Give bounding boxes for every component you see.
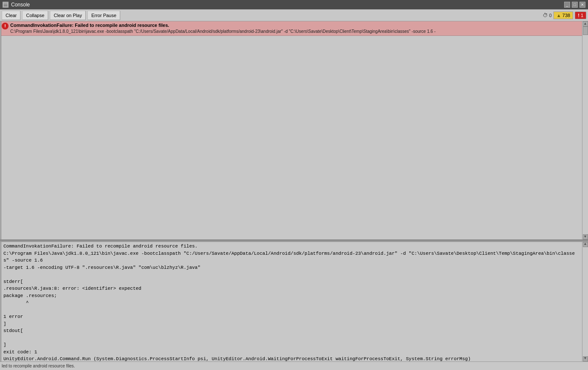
window-controls: _ □ ✕ bbox=[564, 2, 585, 8]
error-count: 1 bbox=[581, 13, 583, 18]
title-bar: Console _ □ ✕ bbox=[0, 0, 588, 9]
error-pause-button[interactable]: Error Pause bbox=[87, 11, 120, 20]
scroll-track bbox=[582, 26, 588, 234]
bottom-status-text: led to recompile android resource files. bbox=[2, 364, 75, 368]
collapse-button[interactable]: Collapse bbox=[22, 11, 48, 20]
error-badge-icon: ! bbox=[578, 13, 579, 18]
clear-button[interactable]: Clear bbox=[2, 11, 20, 20]
console-lower-panel[interactable]: ▲ ▼ CommandInvokationFailure: Failed to … bbox=[0, 242, 588, 361]
scroll-thumb[interactable] bbox=[583, 26, 588, 35]
minimize-button[interactable]: _ bbox=[564, 2, 570, 8]
lower-scroll-down[interactable]: ▼ bbox=[583, 356, 588, 361]
error-entry-icon: ! bbox=[2, 23, 9, 29]
window-icon bbox=[3, 2, 9, 8]
error-entry-row[interactable]: ! CommandInvokationFailure: Failed to re… bbox=[0, 21, 588, 36]
error-entry-text: CommandInvokationFailure: Failed to reco… bbox=[10, 22, 435, 35]
clock-icon: ⏱ bbox=[543, 12, 548, 18]
console-output-text: CommandInvokationFailure: Failed to reco… bbox=[2, 243, 586, 361]
error-entry-command: C:\Program Files\Java\jdk1.8.0_121\bin\j… bbox=[10, 29, 435, 35]
svg-rect-0 bbox=[3, 3, 8, 7]
toolbar: Clear Collapse Clear on Play Error Pause… bbox=[0, 9, 588, 21]
maximize-button[interactable]: □ bbox=[572, 2, 578, 8]
upper-scrollbar[interactable]: ▲ ▼ bbox=[582, 21, 588, 239]
error-badge[interactable]: ! 1 bbox=[575, 12, 586, 19]
lower-scrollbar[interactable]: ▲ ▼ bbox=[582, 242, 588, 361]
clock-badge: ⏱ 0 bbox=[543, 12, 552, 18]
left-handle bbox=[0, 21, 1, 239]
error-entry-title: CommandInvokationFailure: Failed to reco… bbox=[10, 22, 435, 29]
close-button[interactable]: ✕ bbox=[579, 2, 585, 8]
scroll-down-arrow[interactable]: ▼ bbox=[583, 234, 588, 239]
status-badges: ⏱ 0 ▲ 738 ! 1 bbox=[543, 12, 586, 19]
lower-scroll-up[interactable]: ▲ bbox=[583, 242, 588, 247]
clock-value: 0 bbox=[549, 13, 552, 18]
console-upper-panel[interactable]: ! CommandInvokationFailure: Failed to re… bbox=[0, 21, 588, 241]
lower-left-handle bbox=[0, 242, 1, 361]
warning-badge[interactable]: ▲ 738 bbox=[553, 12, 573, 19]
console-window: Console _ □ ✕ Clear Collapse Clear on Pl… bbox=[0, 0, 588, 370]
bottom-bar: led to recompile android resource files. bbox=[0, 361, 588, 370]
warning-icon: ▲ bbox=[556, 13, 561, 18]
window-title: Console bbox=[11, 2, 564, 8]
lower-scroll-track bbox=[582, 247, 588, 356]
warning-count: 738 bbox=[562, 13, 570, 18]
scroll-up-arrow[interactable]: ▲ bbox=[583, 21, 588, 26]
clear-on-play-button[interactable]: Clear on Play bbox=[50, 11, 86, 20]
